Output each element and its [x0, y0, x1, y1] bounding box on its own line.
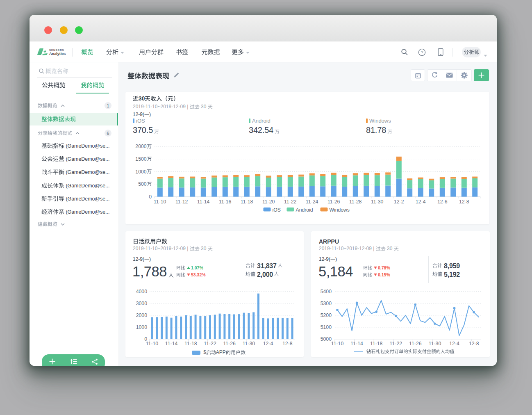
svg-text:11-10: 11-10 — [154, 199, 166, 205]
svg-text:12-8: 12-8 — [469, 341, 479, 347]
svg-text:0: 0 — [149, 194, 152, 200]
svg-text:12-8: 12-8 — [282, 341, 293, 347]
svg-text:1000: 1000 — [136, 324, 148, 330]
svg-text:11-14: 11-14 — [197, 199, 210, 205]
svg-text:11-12: 11-12 — [175, 199, 188, 205]
svg-text:11-22: 11-22 — [284, 199, 297, 205]
svg-text:500: 500 — [138, 181, 147, 187]
svg-text:11-22: 11-22 — [390, 341, 402, 347]
svg-text:11-26: 11-26 — [223, 341, 236, 347]
svg-text:5300: 5300 — [321, 301, 332, 306]
svg-text:11-30: 11-30 — [243, 341, 255, 347]
svg-text:11-10: 11-10 — [146, 341, 159, 347]
svg-text:11-20: 11-20 — [262, 199, 275, 205]
svg-text:12-4: 12-4 — [449, 341, 459, 347]
svg-text:4000: 4000 — [136, 289, 148, 294]
svg-text:iOS: iOS — [273, 207, 281, 213]
svg-text:Windows: Windows — [330, 207, 350, 213]
svg-text:11-26: 11-26 — [409, 341, 422, 347]
svg-text:?: ? — [421, 50, 423, 55]
svg-text:12-6: 12-6 — [437, 199, 448, 205]
svg-text:1000: 1000 — [135, 169, 147, 175]
svg-text:11-30: 11-30 — [429, 341, 441, 347]
svg-text:11-10: 11-10 — [331, 341, 344, 347]
svg-text:11-16: 11-16 — [219, 199, 232, 205]
svg-text:11-14: 11-14 — [350, 341, 363, 347]
svg-text:11-18: 11-18 — [241, 199, 253, 205]
svg-text:1500: 1500 — [135, 156, 147, 162]
svg-text:11-28: 11-28 — [349, 199, 362, 205]
svg-text:12-2: 12-2 — [394, 199, 404, 205]
svg-text:3000: 3000 — [136, 301, 148, 306]
svg-text:Android: Android — [296, 207, 313, 213]
svg-text:12-4: 12-4 — [263, 341, 273, 347]
svg-text:11-22: 11-22 — [204, 341, 216, 347]
svg-text:11-30: 11-30 — [371, 199, 384, 205]
svg-text:12-8: 12-8 — [459, 199, 469, 205]
svg-text:5400: 5400 — [321, 289, 332, 294]
svg-text:11-18: 11-18 — [184, 341, 197, 347]
svg-text:5000: 5000 — [321, 336, 332, 342]
svg-text:11-18: 11-18 — [370, 341, 383, 347]
svg-text:12-4: 12-4 — [416, 199, 426, 205]
svg-text:2000: 2000 — [136, 312, 148, 318]
svg-text:2000: 2000 — [135, 144, 147, 149]
svg-text:11-14: 11-14 — [165, 341, 178, 347]
svg-text:11-26: 11-26 — [327, 199, 340, 205]
svg-text:5100: 5100 — [321, 324, 332, 330]
svg-text:5200: 5200 — [321, 312, 332, 318]
svg-text:11-24: 11-24 — [306, 199, 318, 205]
